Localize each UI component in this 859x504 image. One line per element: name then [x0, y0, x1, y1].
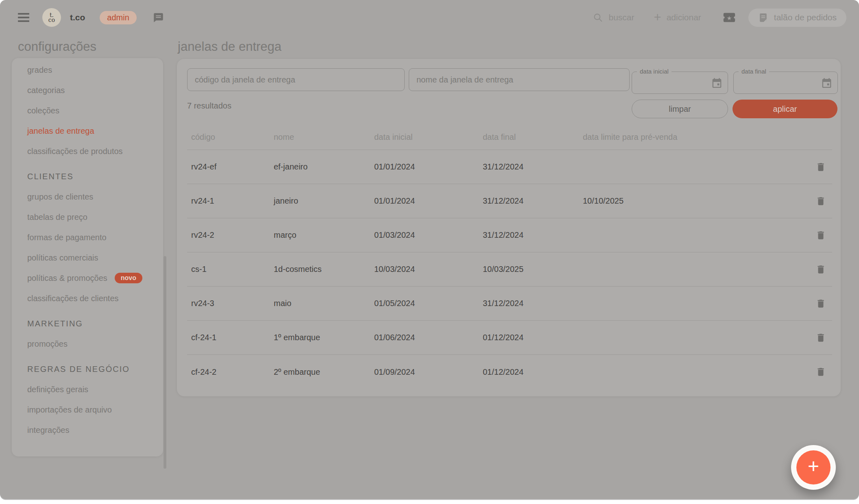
cell-data-final: 31/12/2024 — [483, 299, 583, 308]
brand-logo[interactable]: t. co — [42, 8, 61, 27]
cell-nome: 1d-cosmetics — [274, 265, 374, 274]
cell-data-final: 01/12/2024 — [483, 333, 583, 342]
start-date-field[interactable]: data inicial — [632, 72, 728, 94]
cell-data-final: 31/12/2024 — [483, 230, 583, 240]
search-button[interactable]: buscar — [593, 12, 634, 23]
sidebar-item-label: janelas de entrega — [27, 126, 94, 136]
order-pad-label: talão de pedidos — [774, 13, 837, 22]
sidebar-item-label: categorias — [27, 86, 65, 95]
role-badge: admin — [100, 11, 136, 24]
sidebar-nav: gradescategoriascoleçõesjanelas de entre… — [12, 58, 163, 456]
sidebar-item-classificacoes-de-produtos[interactable]: classificações de produtos — [27, 141, 163, 161]
name-filter-input[interactable] — [409, 68, 630, 91]
sidebar-item-label: importações de arquivo — [27, 405, 112, 415]
end-date-label: data final — [739, 68, 769, 75]
sidebar-item-promocoes[interactable]: promoções — [27, 334, 163, 354]
calendar-icon — [711, 77, 723, 89]
delete-row-button[interactable] — [814, 228, 828, 242]
table-row: rv24-efef-janeiro01/01/202431/12/2024 — [187, 150, 832, 184]
table-row: rv24-3maio01/05/202431/12/2024 — [187, 287, 832, 321]
clear-button[interactable]: limpar — [632, 100, 728, 118]
table-row: cs-11d-cosmetics10/03/202410/03/2025 — [187, 252, 832, 287]
sidebar-section-header: MARKETING — [27, 313, 163, 334]
sidebar-scrollbar[interactable] — [164, 256, 166, 469]
table-row: cf-24-11º embarque01/06/202401/12/2024 — [187, 321, 832, 355]
trash-icon — [815, 332, 826, 343]
column-header: data final — [483, 133, 583, 142]
code-filter-input[interactable] — [187, 68, 405, 91]
cell-nome: 1º embarque — [274, 333, 374, 342]
cell-nome: janeiro — [274, 196, 374, 206]
fab-halo: + — [791, 445, 836, 490]
sidebar-item-importacoes-de-arquivo[interactable]: importações de arquivo — [27, 400, 163, 420]
delete-row-button[interactable] — [814, 297, 828, 311]
delete-row-button[interactable] — [814, 160, 828, 174]
sidebar-item-categorias[interactable]: categorias — [27, 80, 163, 100]
cell-codigo: cf-24-1 — [187, 333, 274, 342]
cell-codigo: cs-1 — [187, 265, 274, 274]
sidebar-item-label: tabelas de preço — [27, 213, 87, 222]
sidebar-item-label: classificações de produtos — [27, 147, 123, 156]
sidebar-item-politicas-comerciais[interactable]: políticas comerciais — [27, 248, 163, 268]
delete-row-button[interactable] — [814, 263, 828, 276]
order-pad-button[interactable]: talão de pedidos — [748, 9, 846, 27]
cell-data-inicial: 01/09/2024 — [374, 367, 483, 377]
sidebar-section-header: CLIENTES — [27, 166, 163, 187]
chat-button[interactable] — [153, 12, 164, 23]
results-count: 7 resultados — [187, 101, 231, 111]
cell-nome: ef-janeiro — [274, 162, 374, 172]
cell-codigo: cf-24-2 — [187, 367, 274, 377]
sidebar-item-grupos-de-clientes[interactable]: grupos de clientes — [27, 187, 163, 207]
sidebar-item-formas-de-pagamento[interactable]: formas de pagamento — [27, 227, 163, 248]
trash-icon — [815, 298, 826, 309]
hamburger-icon — [18, 13, 29, 15]
column-header: nome — [274, 133, 374, 142]
table-row: cf-24-22º embarque01/09/202401/12/2024 — [187, 355, 832, 389]
cell-data-final: 31/12/2024 — [483, 196, 583, 206]
cell-nome: maio — [274, 299, 374, 308]
sidebar-section-header: REGRAS DE NEGÓCIO — [27, 359, 163, 379]
cell-codigo: rv24-1 — [187, 196, 274, 206]
column-header: data inicial — [374, 133, 483, 142]
delete-row-button[interactable] — [814, 365, 828, 379]
sidebar-item-integracoes[interactable]: integrações — [27, 420, 163, 440]
new-badge: novo — [115, 273, 142, 283]
add-button[interactable]: + adicionar — [654, 11, 701, 24]
sidebar-item-label: grupos de clientes — [27, 192, 93, 202]
chat-icon — [153, 12, 164, 23]
logo-text-line2: co — [48, 17, 55, 22]
favorites-button[interactable] — [722, 11, 736, 24]
cell-nome: 2º embarque — [274, 367, 374, 377]
apply-button[interactable]: aplicar — [733, 100, 837, 118]
sidebar-item-classificacoes-de-clientes[interactable]: classificações de clientes — [27, 288, 163, 308]
table-body: rv24-efef-janeiro01/01/202431/12/2024rv2… — [187, 150, 832, 389]
cell-data-limite: 10/10/2025 — [583, 196, 809, 206]
topbar: t. co t.co admin buscar + adicionar — [0, 0, 859, 35]
end-date-field[interactable]: data final — [733, 72, 838, 94]
receipt-icon — [758, 13, 768, 23]
sidebar-item-tabelas-de-preco[interactable]: tabelas de preço — [27, 207, 163, 227]
add-delivery-window-fab[interactable]: + — [796, 450, 831, 484]
sidebar-item-label: definições gerais — [27, 385, 88, 394]
search-icon — [593, 12, 603, 23]
column-header: código — [187, 133, 274, 142]
sidebar-item-janelas-de-entrega[interactable]: janelas de entrega — [27, 121, 163, 141]
trash-icon — [815, 367, 826, 377]
sidebar-item-colecoes[interactable]: coleções — [27, 100, 163, 121]
app-window: t. co t.co admin buscar + adicionar — [0, 0, 859, 499]
sidebar-item-politicas-promocoes[interactable]: políticas & promoçõesnovo — [27, 268, 163, 288]
cell-codigo: rv24-3 — [187, 299, 274, 308]
delete-row-button[interactable] — [814, 331, 828, 345]
calendar-icon — [821, 77, 833, 89]
menu-button[interactable] — [18, 13, 29, 22]
cell-data-final: 01/12/2024 — [483, 367, 583, 377]
sidebar-item-label: políticas & promoções — [27, 274, 107, 283]
sidebar-item-definicoes-gerais[interactable]: definições gerais — [27, 379, 163, 400]
cell-data-inicial: 01/01/2024 — [374, 162, 483, 172]
sidebar-item-label: formas de pagamento — [27, 233, 107, 242]
cell-data-inicial: 10/03/2024 — [374, 265, 483, 274]
cell-nome: março — [274, 230, 374, 240]
delete-row-button[interactable] — [814, 194, 828, 208]
cell-data-inicial: 01/03/2024 — [374, 230, 483, 240]
sidebar-item-grades[interactable]: grades — [27, 60, 163, 80]
